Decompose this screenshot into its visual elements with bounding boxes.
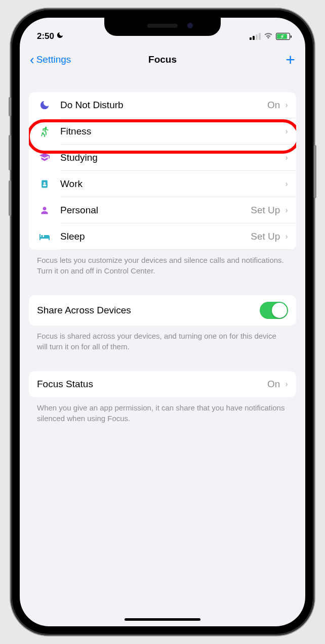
graduation-cap-icon (37, 152, 52, 163)
power-button (314, 145, 316, 198)
focus-mode-detail: Set Up (251, 231, 280, 242)
chevron-right-icon: › (285, 126, 288, 136)
status-time: 2:50 (37, 31, 54, 41)
focus-status-label: Focus Status (37, 379, 267, 390)
chevron-right-icon: › (285, 232, 288, 242)
focus-status-row[interactable]: Focus Status On › (29, 371, 296, 397)
cellular-icon (250, 33, 261, 40)
svg-point-2 (44, 182, 46, 184)
content: Do Not Disturb On › Fitness › Studying (20, 78, 305, 424)
toggle-knob (272, 303, 287, 318)
focus-mode-label: Fitness (60, 126, 285, 137)
chevron-right-icon: › (285, 379, 288, 389)
chevron-left-icon: ‹ (30, 53, 34, 66)
focus-mode-do-not-disturb[interactable]: Do Not Disturb On › (29, 92, 296, 118)
phone-screen: 2:50 ⚡︎ ‹ (20, 18, 305, 626)
focus-mode-work[interactable]: Work › (29, 171, 296, 197)
battery-icon: ⚡︎ (276, 33, 290, 40)
nav-bar: ‹ Settings Focus + (20, 45, 305, 78)
focus-mode-label: Work (60, 178, 285, 190)
charging-bolt-icon: ⚡︎ (280, 33, 284, 39)
focus-modes-list: Do Not Disturb On › Fitness › Studying (29, 92, 296, 250)
badge-icon (37, 178, 52, 190)
notch (104, 18, 221, 36)
moon-status-icon (56, 31, 64, 41)
silent-switch (9, 97, 11, 116)
chevron-right-icon: › (285, 205, 288, 215)
share-label: Share Across Devices (37, 305, 131, 316)
focus-mode-sleep[interactable]: Sleep Set Up › (29, 223, 296, 250)
share-across-devices-row: Share Across Devices (29, 295, 296, 326)
chevron-right-icon: › (285, 100, 288, 110)
volume-down-button (9, 180, 11, 216)
focus-mode-detail: Set Up (251, 205, 280, 216)
focus-mode-fitness[interactable]: Fitness › (29, 118, 296, 145)
share-toggle[interactable] (260, 302, 288, 319)
chevron-right-icon: › (285, 153, 288, 163)
svg-point-3 (43, 207, 47, 210)
person-icon (37, 205, 52, 216)
chevron-right-icon: › (285, 179, 288, 189)
status-left: 2:50 (37, 31, 64, 41)
volume-up-button (9, 135, 11, 170)
running-icon (37, 126, 52, 137)
back-button[interactable]: ‹ Settings (30, 53, 71, 66)
focus-mode-detail: On (267, 100, 280, 111)
share-footer: Focus is shared across your devices, and… (29, 326, 296, 352)
focus-mode-label: Studying (60, 152, 285, 163)
add-focus-button[interactable]: + (286, 52, 295, 68)
wifi-icon (264, 31, 273, 41)
phone-frame: 2:50 ⚡︎ ‹ (11, 9, 314, 635)
focus-mode-studying[interactable]: Studying › (29, 145, 296, 171)
status-right: ⚡︎ (250, 31, 290, 41)
focus-mode-label: Sleep (60, 231, 251, 242)
moon-icon (37, 100, 52, 111)
page-title: Focus (148, 54, 177, 65)
focus-mode-label: Do Not Disturb (60, 100, 267, 111)
back-label: Settings (36, 54, 71, 65)
focus-mode-label: Personal (60, 205, 251, 216)
focus-status-detail: On (267, 379, 280, 390)
focus-modes-footer: Focus lets you customize your devices an… (29, 250, 296, 276)
focus-mode-personal[interactable]: Personal Set Up › (29, 197, 296, 223)
focus-status-footer: When you give an app permission, it can … (29, 397, 296, 424)
bed-icon (37, 232, 52, 241)
home-indicator[interactable] (125, 618, 200, 621)
